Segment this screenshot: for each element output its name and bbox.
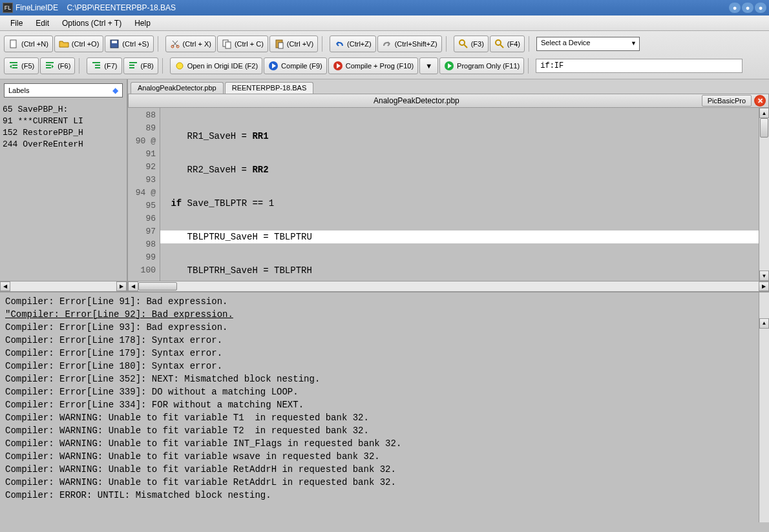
output-line[interactable]: Compiler: Error[Line 334]: FOR without a… — [5, 398, 764, 411]
scroll-thumb[interactable] — [138, 282, 177, 291]
f5-button[interactable]: (F5) — [4, 57, 39, 74]
scroll-up-icon[interactable]: ▲ — [759, 108, 769, 118]
output-line[interactable]: Compiler: WARNING: Unable to fit variabl… — [5, 476, 764, 489]
compile-prog-button[interactable]: Compile + Prog (F10) — [328, 57, 418, 74]
line-number: 98 — [129, 238, 156, 251]
new-button[interactable]: (Ctrl +N) — [4, 36, 53, 52]
scroll-track[interactable] — [10, 281, 116, 291]
output-line[interactable]: Compiler: ERROR: UNTIL: Mismatched block… — [5, 489, 764, 502]
scroll-thumb[interactable] — [760, 118, 768, 138]
editor-hscroll[interactable]: ◀ ▶ — [128, 281, 769, 291]
scroll-track[interactable] — [138, 281, 759, 291]
scroll-up-icon[interactable]: ▲ — [759, 318, 769, 329]
output-line[interactable]: Compiler: Error[Line 91]: Bad expression… — [5, 295, 764, 308]
f6-button[interactable]: (F6) — [40, 57, 75, 74]
output-line[interactable]: Compiler: Error[Line 339]: DO without a … — [5, 385, 764, 398]
output-vscroll[interactable]: ▲ — [759, 292, 769, 522]
line-number: 92 — [129, 161, 156, 174]
output-line[interactable]: Compiler: Error[Line 178]: Syntax error. — [5, 334, 764, 347]
code-line[interactable]: if Save_TBLPTR == 1 — [160, 197, 759, 210]
svg-point-11 — [176, 63, 183, 69]
output-line[interactable]: Compiler: WARNING: Unable to fit variabl… — [5, 424, 764, 437]
code-line[interactable]: RR1_SaveH = RR1 — [160, 130, 759, 143]
close-button[interactable]: ● — [755, 3, 766, 13]
close-tab-button[interactable]: ✕ — [754, 95, 766, 107]
menubar: File Edit Options (Ctrl + T) Help — [0, 15, 769, 31]
scroll-left-icon[interactable]: ◀ — [0, 281, 10, 291]
play-blue-icon — [268, 61, 279, 71]
if-input[interactable] — [536, 59, 743, 73]
tab-reenterpbp[interactable]: REENTERPBP-18.BAS — [225, 82, 314, 94]
menu-options[interactable]: Options (Ctrl + T) — [56, 17, 128, 30]
compile-button[interactable]: Compile (F9) — [264, 57, 327, 74]
code-line[interactable]: TBLPTRH_SaveH = TBLPTRH — [160, 264, 759, 277]
minimize-button[interactable]: ● — [729, 3, 741, 13]
cut-button[interactable]: (Ctrl + X) — [165, 36, 216, 52]
label-item[interactable]: 244 OverReEnterH — [3, 139, 124, 150]
paste-label: (Ctrl +V) — [287, 40, 313, 48]
open-button[interactable]: (Ctrl +O) — [54, 36, 103, 52]
label-item[interactable]: 91 ***CURRENT LI — [3, 116, 124, 127]
f7-button[interactable]: (F7) — [87, 57, 121, 74]
toolbar: (Ctrl +N) (Ctrl +O) (Ctrl +S) (Ctrl + X)… — [0, 31, 769, 79]
output-line[interactable]: Compiler: Error[Line 93]: Bad expression… — [5, 321, 764, 334]
find-next-button[interactable]: (F4) — [490, 36, 525, 52]
scroll-right-icon[interactable]: ▶ — [116, 281, 127, 291]
toolbar-separator — [162, 58, 166, 74]
scroll-left-icon[interactable]: ◀ — [128, 281, 138, 291]
diamond-icon: ◆ — [112, 86, 118, 95]
f6-label: (F6) — [58, 62, 70, 70]
output-line[interactable]: Compiler: WARNING: Unable to fit variabl… — [5, 437, 764, 450]
output-line[interactable]: Compiler: Error[Line 352]: NEXT: Mismatc… — [5, 373, 764, 385]
scroll-down-icon[interactable]: ▼ — [759, 271, 769, 281]
undo-button[interactable]: (Ctrl+Z) — [330, 36, 376, 52]
code-lines[interactable]: RR1_SaveH = RR1 RR2_SaveH = RR2 if Save_… — [160, 108, 759, 281]
left-hscroll[interactable]: ◀ ▶ — [0, 281, 127, 291]
maximize-button[interactable]: ● — [742, 3, 753, 13]
device-combo[interactable]: Select a Device — [536, 37, 640, 51]
output-line[interactable]: "Compiler: Error[Line 92]: Bad expressio… — [5, 308, 764, 321]
label-item[interactable]: 152 RestorePBP_H — [3, 127, 124, 139]
editor-vscroll[interactable]: ▲ ▼ — [759, 108, 769, 281]
code-line[interactable]: RR2_SaveH = RR2 — [160, 163, 759, 176]
code-line-highlighted[interactable]: TBLPTRU_SaveH = TBLPTRU — [160, 230, 759, 243]
scroll-right-icon[interactable]: ▶ — [759, 281, 769, 291]
f8-button[interactable]: (F8) — [123, 57, 158, 74]
output-panel[interactable]: Compiler: Error[Line 91]: Bad expression… — [0, 292, 769, 522]
cut-label: (Ctrl + X) — [183, 40, 211, 48]
undo-icon — [334, 39, 344, 49]
open-ide-button[interactable]: Open in Origi IDE (F2) — [170, 57, 262, 74]
program-only-button[interactable]: Program Only (F11) — [439, 57, 524, 74]
code-area[interactable]: 88 89 90 @ 91 92 93 94 @ 95 96 97 98 99 … — [128, 108, 769, 281]
output-line[interactable]: Compiler: Error[Line 180]: Syntax error. — [5, 360, 764, 373]
redo-button[interactable]: (Ctrl+Shift+Z) — [377, 36, 442, 52]
label-item[interactable]: 65 SavePBP_H: — [3, 104, 124, 116]
paste-button[interactable]: (Ctrl +V) — [269, 36, 318, 52]
copy-button[interactable]: (Ctrl + C) — [217, 36, 268, 52]
labels-combo[interactable]: Labels ◆ — [4, 83, 123, 97]
outdent-icon — [91, 61, 101, 71]
svg-rect-2 — [112, 41, 117, 43]
output-line[interactable]: Compiler: WARNING: Unable to fit variabl… — [5, 411, 764, 424]
output-line[interactable]: Compiler: Error[Line 179]: Syntax error. — [5, 347, 764, 360]
compile-label: Compile (F9) — [281, 62, 322, 70]
tab-analogpeak[interactable]: AnalogPeakDetector.pbp — [131, 82, 224, 94]
find-button[interactable]: (F3) — [454, 36, 489, 52]
toolbar-separator — [322, 36, 326, 52]
undo-label: (Ctrl+Z) — [347, 40, 372, 48]
menu-edit[interactable]: Edit — [29, 17, 56, 30]
app-name: FineLineIDE — [16, 3, 58, 12]
dropdown-button[interactable]: ▼ — [419, 57, 438, 74]
redo-label: (Ctrl+Shift+Z) — [395, 40, 437, 48]
menu-file[interactable]: File — [4, 17, 29, 30]
language-button[interactable]: PicBasicPro — [702, 95, 752, 107]
output-line[interactable]: Compiler: WARNING: Unable to fit variabl… — [5, 463, 764, 476]
save-button[interactable]: (Ctrl +S) — [105, 36, 153, 52]
line-number: 90 @ — [129, 135, 156, 148]
play-red-icon — [333, 61, 343, 71]
labels-list[interactable]: 65 SavePBP_H: 91 ***CURRENT LI 152 Resto… — [0, 101, 127, 281]
output-line[interactable]: Compiler: WARNING: Unable to fit variabl… — [5, 450, 764, 463]
window-title: FineLineIDE C:\PBP\REENTERPBP-18.BAS — [16, 3, 729, 12]
menu-help[interactable]: Help — [128, 17, 157, 30]
open-label: (Ctrl +O) — [72, 40, 99, 48]
